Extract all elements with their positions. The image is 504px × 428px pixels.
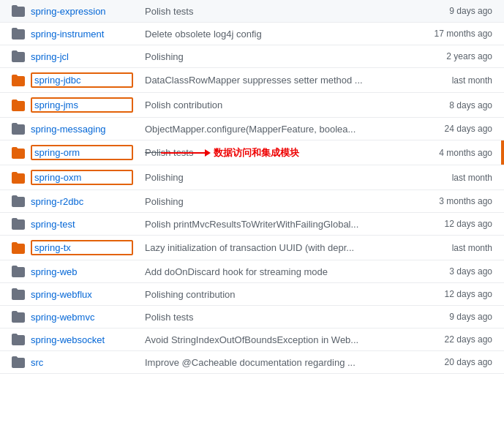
file-commit[interactable]: DataClassRowMapper suppresses setter met…	[133, 75, 426, 86]
file-time: 2 years ago	[426, 51, 492, 61]
table-row: spring-webAdd doOnDiscard hook for strea…	[0, 260, 504, 283]
file-name[interactable]: spring-webmvc	[31, 312, 133, 323]
table-row: spring-jdbcDataClassRowMapper suppresses…	[0, 68, 504, 93]
file-time: 22 days ago	[426, 334, 492, 345]
file-time: 9 days ago	[426, 312, 492, 322]
file-commit[interactable]: Add doOnDiscard hook for streaming mode	[133, 266, 426, 277]
file-time: 8 days ago	[426, 100, 492, 110]
table-row: srcImprove @Cacheable documentation rega…	[0, 351, 504, 374]
table-row: spring-expressionPolish tests9 days ago	[0, 0, 504, 23]
file-commit[interactable]: Polishing contribution	[133, 289, 426, 300]
file-name[interactable]: spring-web	[31, 266, 133, 277]
folder-icon	[12, 356, 25, 369]
file-commit[interactable]: Polish tests	[133, 6, 426, 17]
file-name[interactable]: spring-instrument	[31, 29, 133, 40]
file-name[interactable]: spring-jms	[31, 97, 133, 113]
file-name[interactable]: spring-r2dbc	[31, 196, 133, 207]
folder-icon	[12, 217, 25, 230]
file-commit[interactable]: Polish contribution	[133, 100, 426, 110]
folder-icon	[12, 146, 25, 159]
file-name[interactable]: spring-orm	[31, 145, 133, 160]
file-commit[interactable]: Polishing	[133, 172, 426, 183]
file-list: spring-expressionPolish tests9 days agos…	[0, 0, 504, 374]
table-row: spring-ormPolish tests 数据访问和集成模块 4 month…	[0, 140, 504, 165]
right-bar-indicator	[501, 140, 504, 165]
folder-icon	[12, 50, 25, 63]
file-name[interactable]: spring-oxm	[31, 170, 133, 185]
file-commit[interactable]: Polish printMvcResultsToWriterWithFailin…	[133, 219, 426, 230]
file-commit[interactable]: Polishing	[133, 196, 426, 207]
table-row: spring-webmvcPolish tests9 days ago	[0, 306, 504, 328]
file-time: 17 months ago	[426, 29, 492, 39]
table-row: spring-txLazy initialization of transact…	[0, 236, 504, 260]
table-row: spring-instrumentDelete obsolete log4j c…	[0, 23, 504, 45]
table-row: spring-websocketAvoid StringIndexOutOfBo…	[0, 328, 504, 351]
folder-icon	[12, 241, 25, 255]
folder-icon	[12, 27, 25, 40]
folder-icon	[12, 122, 25, 135]
folder-icon	[12, 99, 25, 112]
file-time: last month	[426, 75, 492, 86]
folder-icon	[12, 288, 25, 301]
file-commit[interactable]: Lazy initialization of transaction UUID …	[133, 242, 426, 253]
folder-icon	[12, 310, 25, 323]
file-name[interactable]: spring-test	[31, 219, 133, 230]
file-commit[interactable]: Improve @Cacheable documentation regardi…	[133, 357, 426, 368]
folder-icon	[12, 74, 25, 87]
file-time: 9 days ago	[426, 6, 492, 16]
file-name[interactable]: src	[31, 357, 133, 368]
table-row: spring-messagingObjectMapper.configure(M…	[0, 118, 504, 140]
file-time: 3 months ago	[426, 196, 492, 206]
folder-icon	[12, 4, 25, 18]
folder-icon	[12, 195, 25, 208]
file-commit[interactable]: ObjectMapper.configure(MapperFeature, bo…	[133, 124, 426, 135]
file-name[interactable]: spring-websocket	[31, 334, 133, 345]
file-time: last month	[426, 173, 492, 183]
file-commit[interactable]: Polishing	[133, 51, 426, 62]
table-row: spring-r2dbcPolishing3 months ago	[0, 190, 504, 213]
file-time: last month	[426, 243, 492, 253]
file-name[interactable]: spring-jcl	[31, 51, 133, 62]
file-name[interactable]: spring-messaging	[31, 124, 133, 135]
file-time: 3 days ago	[426, 266, 492, 277]
file-commit[interactable]: Avoid StringIndexOutOfBoundsException in…	[133, 334, 426, 345]
table-row: spring-webfluxPolishing contribution12 d…	[0, 283, 504, 306]
file-name[interactable]: spring-expression	[31, 6, 133, 17]
folder-icon	[12, 171, 25, 184]
table-row: spring-jmsPolish contribution8 days ago	[0, 93, 504, 118]
file-commit[interactable]: Delete obsolete log4j config	[133, 29, 426, 40]
file-time: 20 days ago	[426, 357, 492, 367]
file-commit[interactable]: Polish tests	[133, 312, 426, 323]
folder-icon	[12, 333, 25, 346]
file-commit[interactable]: Polish tests	[133, 147, 426, 158]
file-time: 12 days ago	[426, 219, 492, 229]
file-name[interactable]: spring-jdbc	[31, 72, 133, 88]
table-row: spring-testPolish printMvcResultsToWrite…	[0, 213, 504, 236]
file-time: 4 months ago	[426, 148, 492, 158]
file-time: 24 days ago	[426, 124, 492, 134]
table-row: spring-oxmPolishinglast month	[0, 165, 504, 190]
file-time: 12 days ago	[426, 289, 492, 299]
file-name[interactable]: spring-webflux	[31, 289, 133, 300]
file-name[interactable]: spring-tx	[31, 240, 133, 255]
folder-icon	[12, 265, 25, 278]
table-row: spring-jclPolishing2 years ago	[0, 45, 504, 68]
